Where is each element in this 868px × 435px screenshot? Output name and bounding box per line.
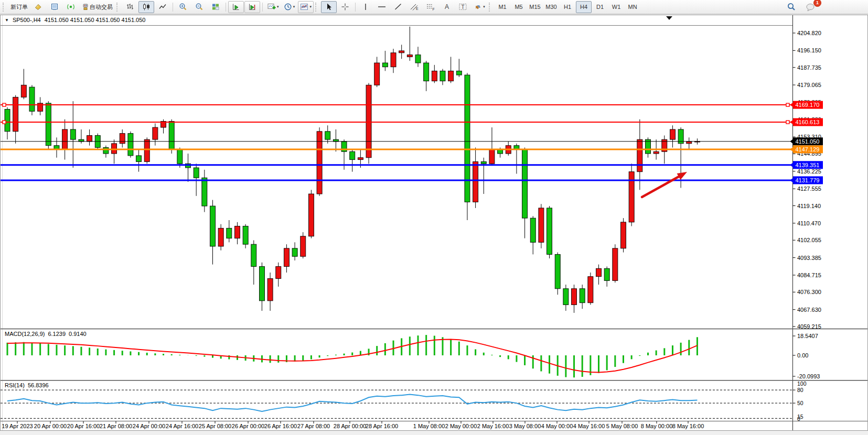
timeframe-D1[interactable]: D1	[592, 1, 608, 13]
svg-text:4067.630: 4067.630	[797, 307, 821, 313]
macd-signal-value: 0.9140	[69, 331, 87, 337]
crosshair-button[interactable]	[337, 1, 353, 13]
label-icon: T	[458, 3, 468, 11]
chart-shift-icon	[248, 3, 256, 11]
zoom-out-icon	[195, 3, 203, 11]
svg-text:4160.613: 4160.613	[796, 119, 820, 125]
candlestick-chart-button[interactable]	[138, 1, 154, 13]
price-badge-4147.129: 4147.129	[790, 145, 823, 153]
svg-text:4059.215: 4059.215	[797, 323, 821, 330]
arrows-button[interactable]: ▾	[471, 1, 487, 13]
timeframe-MN[interactable]: MN	[625, 1, 640, 13]
svg-text:4187.735: 4187.735	[797, 64, 821, 71]
time-axis[interactable]: 19 Apr 202320 Apr 00:0020 Apr 16:0021 Ap…	[2, 421, 704, 429]
price-chart[interactable]: 4204.8204196.1504187.7354179.0654170.395…	[0, 0, 868, 435]
notification-badge: 1	[813, 0, 821, 7]
svg-text:21 Apr 08:00: 21 Apr 08:00	[100, 423, 132, 429]
svg-text:4084.715: 4084.715	[797, 272, 821, 278]
svg-text:26 Apr 16:00: 26 Apr 16:00	[264, 423, 297, 429]
svg-text:-20.0993: -20.0993	[797, 373, 820, 379]
signal-button[interactable]	[63, 1, 79, 13]
auto-scroll-button[interactable]	[228, 1, 244, 13]
svg-text:8 May 16:00: 8 May 16:00	[672, 423, 704, 429]
templates-button[interactable]: ▾	[298, 1, 314, 13]
text-button[interactable]: A	[439, 1, 455, 13]
svg-text:4127.555: 4127.555	[797, 186, 821, 192]
order-tag-button[interactable]	[30, 1, 46, 13]
svg-text:4076.300: 4076.300	[797, 289, 821, 295]
toolbar-grip[interactable]	[116, 3, 120, 12]
timeframe-group: M1M5M15M30H1H4D1W1MN	[495, 1, 640, 13]
svg-text:80: 80	[797, 387, 803, 393]
chevron-down-icon: ▾	[310, 5, 312, 9]
timeframe-M15[interactable]: M15	[527, 1, 543, 13]
price-badge-4169.170: 4169.170	[790, 101, 823, 109]
chart-shift-button[interactable]	[244, 1, 260, 13]
timeframe-label: M15	[529, 4, 540, 10]
timeframe-M30[interactable]: M30	[543, 1, 559, 13]
timeframe-H4[interactable]: H4	[576, 1, 592, 13]
svg-text:8 May 00:00: 8 May 00:00	[641, 423, 673, 429]
svg-text:2 May 00:00: 2 May 00:00	[445, 423, 477, 429]
svg-text:0.00: 0.00	[797, 352, 808, 358]
timeframe-H1[interactable]: H1	[560, 1, 575, 13]
horizontal-line-icon	[377, 3, 387, 11]
vertical-line-button[interactable]	[358, 1, 373, 13]
timeframe-W1[interactable]: W1	[608, 1, 624, 13]
svg-text:F: F	[433, 7, 435, 11]
cursor-button[interactable]	[321, 1, 337, 13]
fibonacci-icon: F	[426, 3, 435, 11]
search-button[interactable]	[784, 1, 799, 13]
price-badge-4131.779: 4131.779	[790, 176, 823, 184]
tile-windows-button[interactable]	[208, 1, 223, 13]
toolbar-grip[interactable]	[489, 3, 492, 12]
text-icon: A	[445, 3, 449, 10]
rsi-indicator-label: RSI(14)56.8396	[5, 382, 49, 388]
fibonacci-button[interactable]: F	[423, 1, 438, 13]
chevron-down-icon: ▾	[277, 5, 279, 9]
svg-text:4102.055: 4102.055	[797, 237, 821, 243]
bar-chart-icon	[126, 3, 134, 11]
svg-text:4151.050: 4151.050	[796, 138, 820, 145]
timeframe-label: D1	[596, 4, 604, 10]
macd-indicator-label: MACD(12,26,9)6.12390.9140	[5, 331, 87, 337]
main-toolbar: 新订单 自动交易 ▾ ▾	[0, 0, 868, 14]
chart-title-quotes: 4151.050 4151.050 4151.050 4151.050	[45, 17, 146, 23]
autotrade-label: 自动交易	[90, 3, 113, 11]
trendline-button[interactable]	[390, 1, 406, 13]
add-indicator-icon	[267, 3, 276, 11]
channel-button[interactable]: E	[406, 1, 422, 13]
horizontal-line-button[interactable]	[374, 1, 390, 13]
toolbar-grip[interactable]	[315, 3, 318, 12]
macd-main-value: 6.1239	[48, 331, 66, 337]
svg-text:4139.351: 4139.351	[796, 162, 820, 168]
chart-menu-icon[interactable]: ▼	[5, 18, 9, 23]
market-watch-button[interactable]	[47, 1, 62, 13]
rsi-value: 56.8396	[28, 382, 49, 388]
line-chart-button[interactable]	[155, 1, 170, 13]
zoom-in-button[interactable]	[175, 1, 191, 13]
autotrade-button[interactable]: 自动交易	[79, 1, 115, 13]
svg-text:3 May 08:00: 3 May 08:00	[509, 423, 541, 429]
autotrade-robot-icon	[81, 3, 90, 11]
timeframe-M5[interactable]: M5	[511, 1, 527, 13]
new-order-label: 新订单	[10, 3, 28, 11]
periods-clock-button[interactable]: ▾	[282, 1, 297, 13]
signal-icon	[67, 3, 75, 11]
price-badge-4139.351: 4139.351	[790, 161, 823, 169]
zoom-out-button[interactable]	[191, 1, 207, 13]
new-order-button[interactable]: 新订单	[8, 1, 30, 13]
notifications-button[interactable]: 1	[802, 1, 818, 13]
svg-text:20 Apr 00:00: 20 Apr 00:00	[34, 423, 67, 429]
add-indicator-button[interactable]: ▾	[265, 1, 281, 13]
svg-text:24 Apr 16:00: 24 Apr 16:00	[166, 423, 198, 429]
bar-chart-button[interactable]	[122, 1, 138, 13]
label-button[interactable]: T	[455, 1, 471, 13]
svg-text:4196.150: 4196.150	[797, 47, 821, 53]
price-badge-4151.050: 4151.050	[790, 137, 823, 145]
timeframe-M1[interactable]: M1	[495, 1, 510, 13]
line-handle	[786, 121, 789, 124]
toolbar-grip[interactable]	[3, 3, 6, 12]
timeframe-label: H1	[564, 4, 571, 10]
svg-text:E: E	[416, 7, 419, 10]
